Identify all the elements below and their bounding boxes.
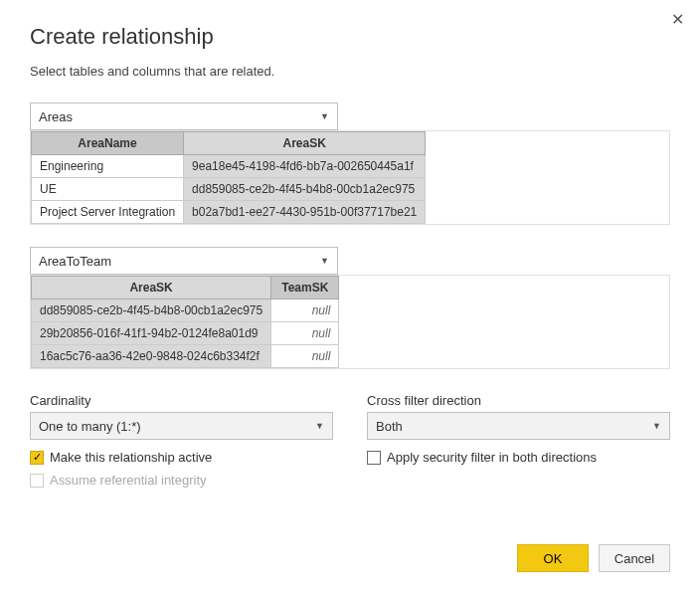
make-active-checkbox[interactable]: ✓ Make this relationship active (30, 450, 333, 465)
make-active-label: Make this relationship active (50, 450, 212, 465)
cardinality-value: One to many (1:*) (39, 419, 141, 434)
first-table-value: Areas (39, 109, 73, 124)
chevron-down-icon: ▼ (320, 111, 329, 121)
table-cell: Project Server Integration (32, 201, 184, 224)
referential-integrity-checkbox: Assume referential integrity (30, 473, 333, 488)
checkbox-empty-icon (367, 451, 381, 465)
security-filter-checkbox[interactable]: Apply security filter in both directions (367, 450, 670, 465)
crossfilter-label: Cross filter direction (367, 393, 670, 408)
first-table-dropdown[interactable]: Areas ▼ (30, 102, 338, 130)
first-table-preview: AreaNameAreaSKEngineering9ea18e45-4198-4… (30, 130, 670, 225)
security-filter-label: Apply security filter in both directions (387, 450, 597, 465)
crossfilter-value: Both (376, 419, 403, 434)
chevron-down-icon: ▼ (315, 421, 324, 431)
table-row[interactable]: UEdd859085-ce2b-4f45-b4b8-00cb1a2ec975 (32, 178, 426, 201)
table-row[interactable]: Engineering9ea18e45-4198-4fd6-bb7a-00265… (32, 155, 426, 178)
table-cell: b02a7bd1-ee27-4430-951b-00f37717be21 (184, 201, 426, 224)
table-cell: 29b20856-016f-41f1-94b2-0124fe8a01d9 (32, 322, 271, 345)
cancel-button[interactable]: Cancel (599, 544, 670, 572)
column-header[interactable]: AreaSK (184, 132, 426, 155)
second-table-dropdown[interactable]: AreaToTeam ▼ (30, 247, 338, 275)
table-cell: null (271, 345, 339, 368)
table-cell: UE (32, 178, 184, 201)
cardinality-label: Cardinality (30, 393, 333, 408)
table-row[interactable]: dd859085-ce2b-4f45-b4b8-00cb1a2ec975null (32, 299, 339, 322)
second-table-value: AreaToTeam (39, 254, 111, 269)
cardinality-dropdown[interactable]: One to many (1:*) ▼ (30, 412, 333, 440)
table-cell: dd859085-ce2b-4f45-b4b8-00cb1a2ec975 (184, 178, 426, 201)
ok-button[interactable]: OK (517, 544, 589, 572)
close-icon[interactable]: ✕ (671, 12, 684, 28)
chevron-down-icon: ▼ (320, 256, 329, 266)
second-table-preview: AreaSKTeamSKdd859085-ce2b-4f45-b4b8-00cb… (30, 275, 670, 369)
column-header[interactable]: AreaSK (32, 277, 271, 299)
table-row[interactable]: 29b20856-016f-41f1-94b2-0124fe8a01d9null (32, 322, 339, 345)
referential-integrity-label: Assume referential integrity (50, 473, 207, 488)
table-row[interactable]: 16ac5c76-aa36-42e0-9848-024c6b334f2fnull (32, 345, 339, 368)
checkbox-empty-icon (30, 474, 44, 488)
column-header[interactable]: AreaName (32, 132, 184, 155)
table-cell: 16ac5c76-aa36-42e0-9848-024c6b334f2f (32, 345, 271, 368)
chevron-down-icon: ▼ (652, 421, 661, 431)
table-cell: null (271, 322, 339, 345)
table-cell: null (271, 299, 339, 322)
table-cell: Engineering (32, 155, 184, 178)
column-header[interactable]: TeamSK (271, 277, 339, 299)
table-cell: 9ea18e45-4198-4fd6-bb7a-002650445a1f (184, 155, 426, 178)
table-row[interactable]: Project Server Integrationb02a7bd1-ee27-… (32, 201, 426, 224)
dialog-subtitle: Select tables and columns that are relat… (30, 64, 670, 79)
crossfilter-dropdown[interactable]: Both ▼ (367, 412, 670, 440)
table-cell: dd859085-ce2b-4f45-b4b8-00cb1a2ec975 (32, 299, 271, 322)
check-icon: ✓ (30, 451, 44, 465)
dialog-title: Create relationship (30, 24, 670, 50)
